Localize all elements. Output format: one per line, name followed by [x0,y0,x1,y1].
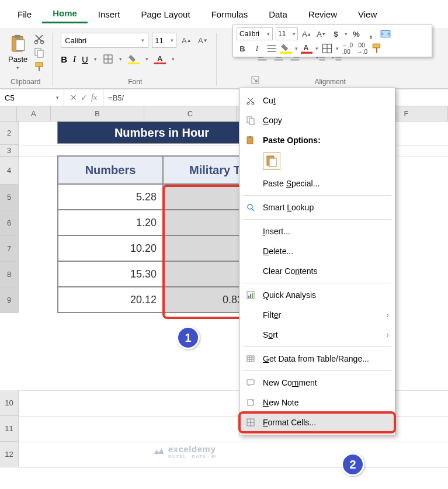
decrease-font-size-button[interactable]: A▼ [196,34,209,47]
ctx-copy[interactable]: Copy [239,110,395,130]
ctx-format-cells[interactable]: Format Cells... [239,412,395,432]
ctx-new-comment[interactable]: New Comment [239,373,395,393]
ctx-smart-lookup[interactable]: Smart Lookup [239,197,395,217]
cell-b9[interactable]: 20.12 [58,287,163,313]
mini-decrease-font-button[interactable]: A▼ [315,28,327,40]
italic-button[interactable]: I [73,54,76,64]
column-header-b[interactable]: B [51,106,144,121]
header-numbers[interactable]: Numbers [58,156,163,184]
cut-icon[interactable] [33,33,45,44]
mini-increase-font-button[interactable]: A▲ [301,28,312,40]
mini-italic-button[interactable]: I [251,43,263,54]
copy-icon[interactable] [33,47,45,58]
borders-button[interactable] [103,54,113,64]
svg-rect-7 [36,63,43,67]
mini-format-painter-button[interactable] [371,43,383,54]
cell-b6[interactable]: 1.20 [58,210,163,235]
ctx-sort[interactable]: Sort › [239,325,395,345]
row-header-6[interactable]: 6 [0,210,19,236]
ctx-quick-analysis[interactable]: Quick Analysis [239,285,395,305]
cell-b8[interactable]: 15.30 [58,261,163,287]
tab-view[interactable]: View [348,6,387,23]
ctx-paste-special-label: Paste Special... [263,179,389,188]
format-painter-icon[interactable] [33,61,45,72]
mini-font-select[interactable]: Calibri▾ [237,27,273,40]
font-name-select[interactable]: Calibri ▾ [61,33,148,48]
tab-review[interactable]: Review [298,6,348,23]
tab-insert[interactable]: Insert [88,6,131,23]
svg-rect-47 [280,52,292,54]
bold-button[interactable]: B [61,54,67,64]
ctx-filter[interactable]: Filter › [239,305,395,325]
tab-page-layout[interactable]: Page Layout [130,6,200,23]
row-header-9[interactable]: 9 [0,287,19,313]
select-all-corner[interactable] [0,106,17,121]
font-color-button[interactable]: A [154,54,166,64]
row-header-8[interactable]: 8 [0,262,19,287]
tab-data[interactable]: Data [258,6,298,23]
alignment-group-label: Alignment [314,75,345,86]
tab-file[interactable]: File [7,6,42,23]
ctx-delete[interactable]: Delete... [239,241,395,261]
increase-font-size-button[interactable]: A▲ [180,34,193,47]
row-header-12[interactable]: 12 [0,442,19,467]
mini-comma-button[interactable]: , [365,28,377,40]
watermark: exceldemy EXCEL · DATA · BI [152,444,217,459]
mini-align-button[interactable] [266,43,277,54]
row-header-7[interactable]: 7 [0,236,19,262]
tab-home[interactable]: Home [42,5,88,23]
ctx-paste-special[interactable]: Paste Special... [239,174,395,193]
ctx-paste-options-label: Paste Options: [263,136,389,145]
ctx-cut[interactable]: Cut [239,91,395,110]
underline-button[interactable]: U [82,54,88,64]
mini-accounting-format-button[interactable]: $ [330,28,342,40]
ctx-separator [243,346,391,347]
ctx-insert[interactable]: Insert... [239,221,395,241]
mini-font-value: Calibri [239,30,259,38]
row-header-2[interactable]: 2 [0,122,19,145]
watermark-main: exceldemy [168,444,216,454]
mini-increase-decimal-button[interactable]: ←.0.00 [342,43,353,54]
column-header-a[interactable]: A [17,106,51,121]
cancel-formula-button[interactable]: ✕ [70,93,77,102]
chevron-right-icon: › [386,330,389,339]
font-size-select[interactable]: 11 ▾ [152,33,176,48]
cell-b7[interactable]: 10.20 [58,235,163,261]
font-dialog-launcher[interactable] [251,76,259,84]
ctx-get-data[interactable]: Get Data from Table/Range... [239,349,395,369]
svg-line-64 [252,209,254,211]
paste-button[interactable]: Paste ▾ [6,33,30,72]
title-cell[interactable]: Numbers in Hour [57,122,266,144]
tab-formulas[interactable]: Formulas [201,6,259,23]
insert-function-button[interactable]: fx [91,93,97,102]
name-box[interactable]: C5 ▾ [0,89,64,106]
mini-font-color-button[interactable]: A [301,43,312,54]
column-header-c[interactable]: C [144,106,237,121]
mini-size-value: 11 [278,30,286,38]
chevron-down-icon: ▾ [172,56,175,62]
row-header-11[interactable]: 11 [0,416,19,442]
mini-merge-icon[interactable] [380,28,391,40]
svg-rect-12 [128,63,140,64]
ctx-clear-contents[interactable]: Clear Contents [239,261,395,281]
mini-borders-button[interactable] [321,43,333,54]
mini-size-select[interactable]: 11▾ [276,27,298,40]
row-header-10[interactable]: 10 [0,390,19,416]
ctx-new-note[interactable]: New Note [239,393,395,412]
mini-percent-button[interactable]: % [350,28,362,40]
row-header-3[interactable]: 3 [0,145,19,157]
fill-color-button[interactable] [128,54,140,64]
ctx-sort-label: Sort [263,330,380,339]
mini-fill-color-button[interactable] [280,43,292,54]
row-header-5[interactable]: 5 [0,185,19,210]
row-header-4[interactable]: 4 [0,157,19,185]
chevron-down-icon: ▾ [56,95,59,100]
cell-b5[interactable]: 5.28 [58,184,163,210]
mini-decrease-decimal-button[interactable]: .00→.0 [356,43,368,54]
enter-formula-button[interactable]: ✓ [81,93,88,102]
chevron-down-icon: ▾ [119,56,122,62]
ribbon-group-clipboard: Paste ▾ Clipboard [6,33,53,86]
paste-default-button[interactable] [263,152,280,170]
mini-bold-button[interactable]: B [237,43,248,54]
ctx-quick-analysis-label: Quick Analysis [263,290,389,300]
